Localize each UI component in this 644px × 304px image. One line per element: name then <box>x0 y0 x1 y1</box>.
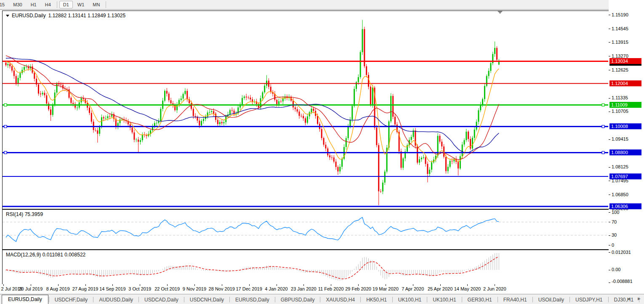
price-level-label: 1.12004 <box>609 80 641 86</box>
macd-axis-tick <box>609 283 610 283</box>
macd-axis-label: 0.00 <box>612 267 620 272</box>
macd-canvas[interactable] <box>3 250 608 284</box>
time-axis-tick <box>303 284 304 286</box>
tab-xauusd-h4-7[interactable]: XAUUSD,H4 <box>321 296 360 304</box>
tab-usdcad-daily-3[interactable]: USDCAD,Daily <box>139 296 184 304</box>
timeframe-button-mn[interactable]: MN <box>89 1 104 8</box>
price-axis-tick <box>609 56 610 56</box>
tab-separator <box>93 297 93 302</box>
tab-separator <box>498 297 498 302</box>
time-axis-tick <box>167 284 168 286</box>
time-axis-label: 20 Jul 2019 <box>19 286 43 291</box>
price-level-label: 1.11009 <box>609 102 641 108</box>
price-axis-label: 1.15190 <box>612 12 628 18</box>
price-axis-label: 1.13915 <box>612 40 628 45</box>
rsi-axis-label: 30 <box>612 232 617 238</box>
tab-gbpusd-daily-6[interactable]: GBPUSD,Daily <box>276 296 320 304</box>
time-axis-label: 14 May 2020 <box>454 286 481 291</box>
dropdown-arrow-icon[interactable] <box>6 15 9 17</box>
tab-uk100-h1-9[interactable]: UK100,H1 <box>393 296 426 304</box>
tab-separator <box>608 297 609 302</box>
price-axis-label: 1.11335 <box>612 95 628 101</box>
tab-usdchf-daily-1[interactable]: USDCHF,Daily <box>50 296 93 304</box>
price-level-label: 1.13034 <box>609 58 641 64</box>
time-axis-label: 19 Mar 2020 <box>373 286 399 291</box>
price-level-label: 1.07697 <box>609 173 641 179</box>
price-chart-canvas[interactable] <box>3 11 608 208</box>
price-axis[interactable]: 1.151901.145451.139151.132701.126251.113… <box>609 0 644 294</box>
timeframe-button-h1[interactable]: H1 <box>27 1 40 8</box>
price-axis-tick <box>609 29 610 29</box>
tab-usoil-daily-13[interactable]: USOil,Daily <box>533 296 569 304</box>
price-axis-label: 1.14545 <box>612 26 628 32</box>
time-axis-label: 7 Apr 2020 <box>402 286 424 291</box>
time-axis-tick <box>222 284 222 286</box>
toolbar-separator <box>106 1 106 8</box>
tab-separator <box>462 297 462 302</box>
time-axis-tick <box>495 284 495 286</box>
time-axis-tick <box>249 284 250 286</box>
timeframe-button-d1[interactable]: D1 <box>59 1 73 8</box>
toolbar-separator <box>57 1 57 8</box>
tab-usdcnh-daily-4[interactable]: USDCNH,Daily <box>185 296 229 304</box>
price-axis-label: 1.06850 <box>612 192 628 197</box>
time-axis-label: 14 Sep 2019 <box>99 286 125 291</box>
time-axis-tick <box>358 284 359 286</box>
tab-uk100-h1-10[interactable]: UK100,H1 <box>428 296 461 304</box>
rsi-axis-label: 100 <box>612 210 619 215</box>
rsi-axis-label: 0 <box>612 243 614 248</box>
time-axis-label: 3 Oct 2019 <box>128 286 151 291</box>
time-axis-label: 17 Dec 2019 <box>236 286 262 291</box>
price-axis-tick <box>609 112 610 112</box>
tab-scroll-right-button[interactable]: ► <box>637 296 641 301</box>
timeframe-toolbar: 15M30H1H4D1W1MN <box>0 0 644 10</box>
chart-shift-marker-icon[interactable] <box>498 11 503 14</box>
time-axis-tick <box>85 284 86 286</box>
rsi-axis-label: 70 <box>612 219 617 225</box>
time-axis-tick <box>140 284 140 286</box>
tab-eurusd-daily-5[interactable]: EURUSD,Daily <box>230 296 274 304</box>
tab-ger30-h1-11[interactable]: GER30,H1 <box>463 296 497 304</box>
timeframe-button-15[interactable]: 15 <box>0 1 8 8</box>
time-axis-tick <box>467 284 468 286</box>
time-axis-label: 27 Aug 2019 <box>72 286 98 291</box>
timeframe-button-h4[interactable]: H4 <box>41 1 55 8</box>
rsi-axis-tick <box>609 245 610 245</box>
macd-axis-tick <box>609 270 610 270</box>
price-axis-tick <box>609 139 610 140</box>
price-level-label: 1.10008 <box>609 123 641 129</box>
time-axis-label: 23 Jan 2020 <box>291 286 317 291</box>
tab-scroll-left-button[interactable]: ◄ <box>626 296 631 301</box>
time-axis-tick <box>440 284 441 286</box>
tab-separator <box>392 297 393 302</box>
rsi-canvas[interactable] <box>3 210 608 248</box>
tab-hk50-h1-8[interactable]: HK50,H1 <box>361 296 392 304</box>
price-level-label: 1.08800 <box>609 149 641 155</box>
tab-audusd-daily-2[interactable]: AUDUSD,Daily <box>94 296 138 304</box>
tab-eurusd-daily-0[interactable]: EURUSD,Daily <box>2 295 48 304</box>
time-axis-tick <box>3 284 4 286</box>
tab-separator <box>275 297 275 302</box>
rsi-indicator-pane: RSI(14) 75.3959 <box>2 209 609 250</box>
time-axis-label: 9 Nov 2019 <box>183 286 206 291</box>
tab-fra40-h1-12[interactable]: FRA40,H1 <box>498 296 532 304</box>
time-axis-tick <box>413 284 413 286</box>
macd-indicator-pane: MACD(12,26,9) 0.011081 0.008522 <box>2 250 609 285</box>
time-axis-tick <box>112 284 113 286</box>
price-axis-tick <box>609 181 610 181</box>
tab-scroll-arrows: ◄ ► <box>626 296 641 301</box>
timeframe-button-m30[interactable]: M30 <box>9 1 26 8</box>
rsi-axis-tick <box>609 222 610 222</box>
tab-usdjpy-h1-14[interactable]: USDJPY,H1 <box>570 296 607 304</box>
price-axis-tick <box>609 15 610 15</box>
tab-separator <box>360 297 361 302</box>
price-level-label: 1.06306 <box>609 203 641 209</box>
timeframe-button-w1[interactable]: W1 <box>74 1 88 8</box>
rsi-axis-tick <box>609 212 610 213</box>
tab-separator <box>138 297 139 302</box>
time-axis-label: 29 Feb 2020 <box>345 286 371 291</box>
trading-app-window: 15M30H1H4D1W1MN EURUSD,Daily 1.12882 1.1… <box>0 0 644 304</box>
price-axis-tick <box>609 167 610 168</box>
tab-separator <box>229 297 230 302</box>
time-axis[interactable]: 2 Jul 201920 Jul 20198 Aug 201927 Aug 20… <box>0 284 644 293</box>
